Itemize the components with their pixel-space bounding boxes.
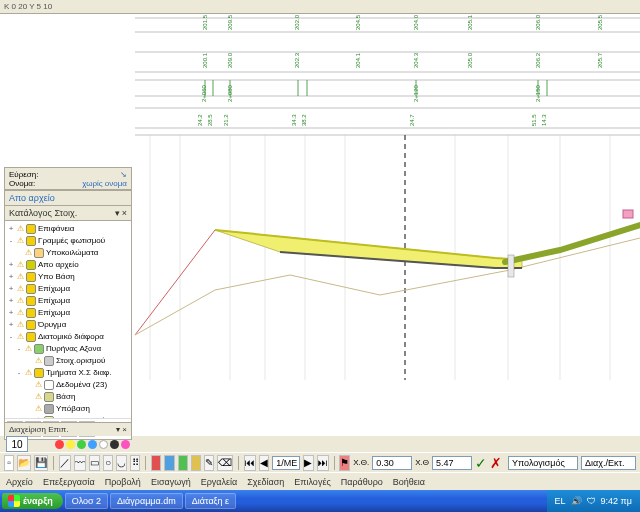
tree-item[interactable]: ⚠Δεδομένα (23) [7,379,129,391]
svg-text:51.5: 51.5 [531,114,537,126]
tree-item[interactable]: +⚠Επιφάνεια [7,223,129,235]
from-file-link[interactable]: Απο αρχείο [9,193,55,203]
dot-green[interactable] [77,440,86,449]
layer-tree[interactable]: +⚠Επιφάνεια-⚠Γραμμές φωτισμού⚠Υποκοιλώμα… [5,221,131,418]
pavement-fill [215,230,522,268]
menubar: ΑρχείοΕπεξεργασίαΠροβολήΕισαγωγήΕργαλεία… [0,472,640,490]
svg-text:21.2: 21.2 [223,114,229,126]
menu-αρχείο[interactable]: Αρχείο [6,477,33,487]
close-icon[interactable]: × [122,208,127,218]
tree-item[interactable]: -⚠Διατομικό διάφορα [7,331,129,343]
dot-white[interactable] [99,440,108,449]
tree-item[interactable]: ⚠Βάση [7,391,129,403]
task-item-2[interactable]: Διάγραμμα.dm [110,493,183,509]
tree-item[interactable]: +⚠Επίχωμα [7,283,129,295]
tree-item[interactable]: +⚠Επίχωμα [7,295,129,307]
tree-item[interactable]: +⚠Υπο Βάση [7,271,129,283]
menu-βοήθεια[interactable]: Βοήθεια [393,477,425,487]
task-item-1[interactable]: Ολοσ 2 [65,493,108,509]
tree-item[interactable]: ⚠Στοιχ.ορισμού [7,355,129,367]
tool-poly[interactable]: 〰 [74,455,86,471]
tray-lang[interactable]: EL [555,496,566,506]
tool-rect[interactable]: ▭ [89,455,100,471]
tree-item[interactable]: -⚠Γραμμές φωτισμού [7,235,129,247]
tool-arc[interactable]: ◡ [116,455,127,471]
save-icon[interactable]: 💾 [34,455,48,471]
embankment [505,225,640,262]
new-icon[interactable]: ▫ [4,455,14,471]
accept-button[interactable]: ✓ [475,455,487,471]
open-icon[interactable]: 📂 [17,455,31,471]
menu-σχεδίαση[interactable]: Σχεδίαση [247,477,284,487]
tool-f[interactable]: ⌫ [217,455,233,471]
windows-flag-icon [8,495,20,507]
name-hint[interactable]: χωρίς ονομα [82,179,127,188]
tool-c[interactable] [178,455,188,471]
chainage-label: Χ.Θ [415,458,429,467]
spin-value[interactable]: 10 [6,436,28,452]
main-toolbar: ▫ 📂 💾 ／ 〰 ▭ ○ ◡ ⠿ ✎ ⌫ ⏮ ◀ 1/ME ▶ ⏭ ⚑ Χ.Θ… [0,452,640,472]
flag-icon[interactable]: ⚑ [339,455,350,471]
tool-line[interactable]: ／ [59,455,71,471]
tray-icon-1[interactable]: 🔊 [571,496,582,506]
scale-field[interactable]: 1/ME [272,456,300,470]
catalog-header: Κατάλογος Στοιχ. ▾ × [5,206,131,221]
svg-text:202.0: 202.0 [294,14,300,30]
task-item-3[interactable]: Διάταξη ε [185,493,236,509]
menu-επεξεργασία[interactable]: Επεξεργασία [43,477,95,487]
tool-a[interactable] [151,455,161,471]
tray-icon-2[interactable]: 🛡 [587,496,596,506]
dot-red[interactable] [55,440,64,449]
nav-last[interactable]: ⏭ [317,455,329,471]
dot-blue[interactable] [88,440,97,449]
dot-yellow[interactable] [66,440,75,449]
pin-icon[interactable]: ▾ [116,425,120,434]
print-button[interactable]: Διαχ./Εκτ. [581,456,636,470]
tree-item[interactable]: -⚠Πυρήνας Αξονα [7,343,129,355]
start-button[interactable]: έναρξη [2,493,63,509]
tool-e[interactable]: ✎ [204,455,214,471]
menu-προβολή[interactable]: Προβολή [105,477,141,487]
svg-text:205.7: 205.7 [597,52,603,68]
nav-first[interactable]: ⏮ [244,455,256,471]
tray-clock[interactable]: 9:42 πμ [601,496,632,506]
tree-item[interactable]: -⚠Τμήματα Χ.Σ διαφ. [7,367,129,379]
tree-item[interactable]: +⚠Όρυγμα [7,319,129,331]
station-field[interactable]: 0.30 [372,456,412,470]
dot-pink[interactable] [121,440,130,449]
dot-black[interactable] [110,440,119,449]
tree-item[interactable]: +⚠Απο αρχείο [7,259,129,271]
tree-item[interactable]: ⚠Υποκοιλώματα [7,247,129,259]
name-label: Ονομα: [9,179,35,188]
tree-item[interactable]: ⚠Υπόβαση [7,403,129,415]
nav-next[interactable]: ▶ [303,455,313,471]
marker [623,210,633,218]
menu-εργαλεία[interactable]: Εργαλεία [201,477,238,487]
svg-text:204.1: 204.1 [355,52,361,68]
chainage-field[interactable]: 5.47 [432,456,472,470]
svg-text:34.3: 34.3 [291,114,297,126]
find-arrow-icon[interactable]: ↘ [120,170,127,179]
tool-d[interactable] [191,455,201,471]
layers-panel-title: Απο αρχείο [5,191,131,206]
tool-circle[interactable]: ○ [103,455,113,471]
section-handle[interactable] [508,255,514,277]
nav-prev[interactable]: ◀ [259,455,269,471]
svg-text:201.5: 201.5 [202,14,208,30]
titlebar: K 0 20 Y 5 10 [0,0,640,14]
menu-επιλογές[interactable]: Επιλογές [294,477,330,487]
tool-b[interactable] [164,455,174,471]
cancel-button[interactable]: ✗ [490,455,502,471]
menu-παράθυρο[interactable]: Παράθυρο [341,477,383,487]
tree-item[interactable]: +⚠Επίχωμα [7,307,129,319]
taskbar: έναρξη Ολοσ 2 Διάγραμμα.dm Διάταξη ε EL … [0,490,640,512]
palette-strip: 10 [4,436,132,452]
close-icon[interactable]: × [122,425,127,434]
properties-panel: Εύρεση: ↘ Ονομα: χωρίς ονομα [4,167,132,190]
pin-icon[interactable]: ▾ [115,208,120,218]
tool-more[interactable]: ⠿ [130,455,140,471]
calc-button[interactable]: Υπολογισμός [508,456,578,470]
svg-text:24.2: 24.2 [197,114,203,126]
menu-εισαγωγή[interactable]: Εισαγωγή [151,477,191,487]
svg-text:205.1: 205.1 [467,14,473,30]
